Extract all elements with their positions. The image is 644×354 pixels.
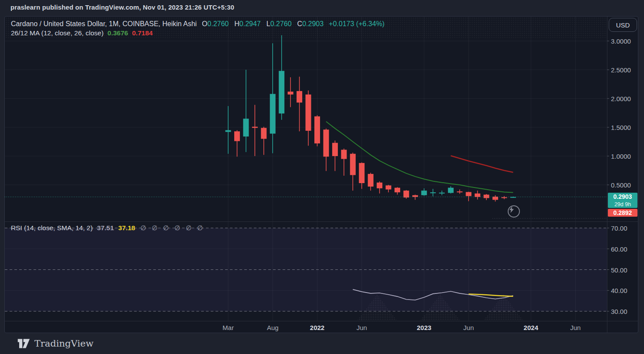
candle-jan-2023 [421, 191, 427, 195]
ohlc-values: O0.2760H0.2947L0.2760C0.2903 [202, 20, 324, 28]
time-tick-label: 2022 [310, 324, 324, 331]
symbol-legend-row: Cardano / United States Dollar, 1M, COIN… [11, 20, 384, 28]
candle-mar-2021 [226, 130, 231, 132]
ma12-value: 0.3676 [108, 29, 128, 37]
ohlc-item-o: O0.2760 [202, 20, 229, 28]
rsi-empty-symbol: ∅ [140, 224, 147, 231]
rsi-tick-label: 30.00 [611, 308, 627, 315]
currency-button[interactable]: USD [609, 18, 637, 32]
time-tick-label: 2024 [524, 324, 538, 331]
candle-nov-2023 [510, 197, 516, 198]
footer-bar: TradingView [0, 333, 644, 354]
rsi-empty-symbols: ∅∅∅∅∅∅ [140, 224, 208, 232]
ma26-value: 0.7184 [132, 29, 152, 37]
symbol-title: Cardano / United States Dollar, 1M, COIN… [11, 20, 197, 28]
tradingview-logo-icon [17, 338, 30, 349]
rsi-tick-label: 50.00 [611, 266, 627, 273]
candle-jul-2022 [368, 174, 374, 187]
price-tick-label: 0.5000 [611, 181, 631, 189]
candle-oct-2022 [394, 188, 400, 193]
ohlc-item-c: C0.2903 [297, 20, 324, 28]
publish-text: praslearn published on TradingView.com, … [10, 3, 234, 11]
candle-jul-2021 [261, 128, 266, 139]
candle-aug-2021 [270, 94, 276, 133]
rsi-empty-symbol: ∅ [152, 224, 158, 231]
last-price-badge: 0.2903 29d 9h [608, 193, 637, 208]
candle-jun-2021 [252, 127, 258, 128]
candle-nov-2022 [404, 191, 409, 197]
candle-apr-2023 [448, 188, 454, 193]
candle-may-2022 [350, 154, 356, 175]
candle-apr-2021 [234, 131, 240, 141]
time-tick-label: Mar [223, 324, 234, 331]
ohlc-item-h: H0.2947 [234, 20, 261, 28]
candle-aug-2023 [484, 194, 489, 198]
rsi-empty-symbol: ∅ [175, 224, 181, 231]
candle-may-2021 [243, 119, 249, 136]
candle-nov-2021 [297, 91, 302, 102]
chart-container: Cardano / United States Dollar, 1M, COIN… [4, 16, 638, 333]
rsi-tick-label: 70.00 [611, 225, 627, 232]
ohlc-item-l: L0.2760 [266, 20, 292, 28]
candle-oct-2021 [288, 92, 293, 95]
candle-aug-2022 [377, 183, 382, 188]
time-tick-label: Jun [463, 324, 474, 331]
price-tick-label: 2.5000 [611, 66, 631, 74]
candle-apr-2022 [341, 150, 347, 159]
time-tick-label: 2023 [417, 324, 431, 331]
candle-jun-2022 [359, 163, 364, 183]
candle-may-2023 [457, 191, 462, 192]
price-tick-label: 1.5000 [611, 124, 631, 131]
candle-mar-2023 [439, 193, 445, 194]
rsi-value: 37.51 [97, 224, 114, 232]
lightning-button[interactable] [508, 205, 520, 218]
bar-countdown: 29d 9h [608, 201, 637, 208]
ma-legend-row: 26/12 MA (12, close, 26, close) 0.3676 0… [11, 29, 153, 37]
rsi-empty-symbol: ∅ [163, 224, 170, 231]
candle-dec-2021 [306, 95, 311, 131]
rsi-tick-label: 60.00 [611, 245, 627, 252]
candle-feb-2023 [430, 192, 436, 193]
candle-mar-2022 [332, 143, 338, 156]
publish-bar: praslearn published on TradingView.com, … [0, 0, 644, 14]
price-tick-label: 1.0000 [611, 153, 631, 160]
low-price-badge: 0.2892 [608, 209, 637, 217]
rsi-legend-row: RSI (14, close, SMA, 14, 2) 37.51 37.18 … [11, 224, 209, 232]
candle-jul-2023 [475, 194, 480, 197]
rsi-legend-label: RSI (14, close, SMA, 14, 2) [11, 224, 93, 232]
lightning-icon [509, 206, 515, 213]
tradingview-wordmark: TradingView [34, 338, 94, 349]
candle-jun-2023 [466, 192, 472, 196]
rsi-empty-symbol: ∅ [197, 224, 204, 231]
rsi-sma-value: 37.18 [118, 224, 135, 232]
ma-legend-label: 26/12 MA (12, close, 26, close) [11, 29, 104, 37]
time-tick-label: Aug [267, 324, 279, 331]
candle-sep-2022 [386, 185, 391, 189]
candle-dec-2022 [412, 195, 418, 197]
candle-sep-2021 [279, 71, 284, 114]
rsi-tick-label: 40.00 [611, 287, 627, 294]
candle-oct-2023 [501, 197, 507, 198]
candle-feb-2022 [323, 129, 329, 157]
candle-jan-2022 [314, 116, 320, 143]
time-tick-label: Jun [570, 324, 580, 331]
time-tick-label: Jun [357, 324, 367, 331]
plot-area[interactable] [5, 17, 638, 333]
price-tick-label: 3.0000 [611, 37, 631, 45]
candle-sep-2023 [492, 197, 498, 200]
change-value: +0.0173 (+6.34%) [329, 20, 384, 28]
rsi-empty-symbol: ∅ [186, 224, 192, 231]
last-price-value: 0.2903 [608, 193, 637, 201]
price-tick-label: 2.0000 [611, 95, 631, 102]
